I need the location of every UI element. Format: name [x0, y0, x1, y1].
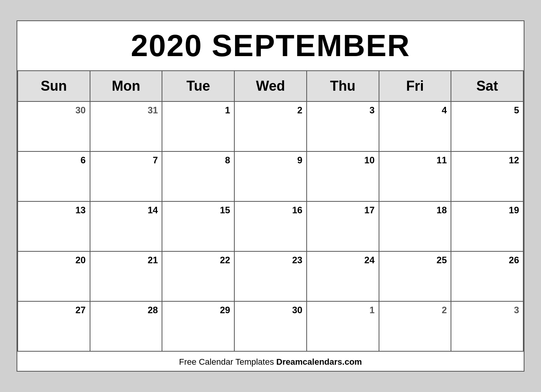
day-cell: 2	[235, 102, 307, 152]
day-cell: 30	[18, 102, 90, 152]
day-cell: 21	[90, 252, 163, 302]
day-cell: 16	[235, 202, 307, 252]
footer-brand: Dreamcalendars.com	[276, 357, 362, 367]
calendar-grid: Sun Mon Tue Wed Thu Fri Sat 30 31 1 2 3 …	[17, 71, 524, 352]
day-cell: 20	[18, 252, 90, 302]
day-cell: 5	[451, 102, 524, 152]
day-cell: 18	[379, 202, 452, 252]
day-cell: 2	[379, 302, 452, 352]
header-fri: Fri	[379, 71, 452, 102]
day-cell: 6	[18, 152, 90, 202]
day-cell: 25	[379, 252, 452, 302]
footer-text: Free Calendar Templates	[179, 357, 276, 367]
day-cell: 29	[162, 302, 235, 352]
day-cell: 26	[451, 252, 524, 302]
day-cell: 1	[307, 302, 379, 352]
day-cell: 19	[451, 202, 524, 252]
day-cell: 14	[90, 202, 163, 252]
calendar-title: 2020 SEPTEMBER	[17, 21, 524, 71]
day-cell: 17	[307, 202, 379, 252]
calendar-container: 2020 SEPTEMBER Sun Mon Tue Wed Thu Fri S…	[17, 20, 524, 372]
day-cell: 27	[18, 302, 90, 352]
header-wed: Wed	[235, 71, 307, 102]
day-cell: 22	[162, 252, 235, 302]
header-sat: Sat	[451, 71, 524, 102]
footer: Free Calendar Templates Dreamcalendars.c…	[17, 352, 524, 371]
header-mon: Mon	[90, 71, 163, 102]
day-cell: 30	[235, 302, 307, 352]
day-cell: 10	[307, 152, 379, 202]
header-tue: Tue	[162, 71, 235, 102]
day-cell: 11	[379, 152, 452, 202]
day-cell: 7	[90, 152, 163, 202]
header-sun: Sun	[18, 71, 90, 102]
day-cell: 1	[162, 102, 235, 152]
day-cell: 8	[162, 152, 235, 202]
header-thu: Thu	[307, 71, 379, 102]
day-cell: 15	[162, 202, 235, 252]
day-cell: 31	[90, 102, 163, 152]
day-cell: 13	[18, 202, 90, 252]
day-cell: 12	[451, 152, 524, 202]
day-cell: 3	[451, 302, 524, 352]
day-cell: 24	[307, 252, 379, 302]
day-cell: 4	[379, 102, 452, 152]
day-cell: 3	[307, 102, 379, 152]
day-cell: 9	[235, 152, 307, 202]
day-cell: 28	[90, 302, 163, 352]
day-cell: 23	[235, 252, 307, 302]
